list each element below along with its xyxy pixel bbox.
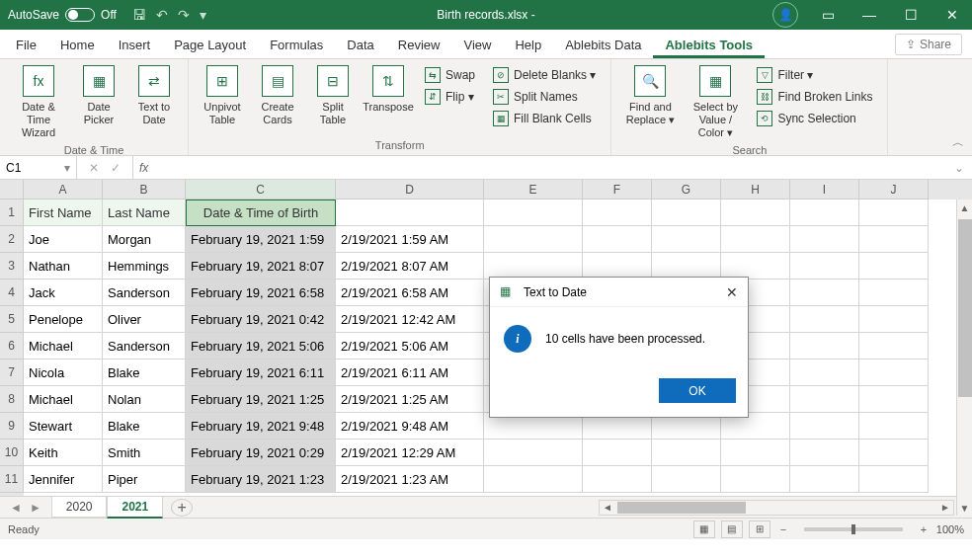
accept-formula-icon[interactable]: ✓ [111, 161, 121, 175]
cell[interactable] [652, 440, 721, 466]
cell[interactable] [652, 226, 721, 253]
zoom-handle[interactable] [851, 524, 855, 534]
toggle-switch[interactable] [65, 8, 95, 22]
cell[interactable] [790, 253, 859, 280]
fx-label[interactable]: fx [133, 161, 154, 175]
undo-icon[interactable]: ↶ [156, 7, 168, 23]
cell[interactable]: Blake [103, 360, 186, 386]
sheet-prev-icon[interactable]: ◄ [10, 501, 22, 515]
cell[interactable] [790, 280, 859, 306]
sheet-tab-2021[interactable]: 2021 [107, 497, 163, 519]
sheet-tab-2020[interactable]: 2020 [51, 497, 108, 518]
cell[interactable] [652, 466, 721, 493]
cell[interactable]: Michael [24, 333, 103, 360]
sync-selection-button[interactable]: ⟲Sync Selection [754, 109, 875, 128]
select-all-corner[interactable] [0, 180, 24, 200]
normal-view-icon[interactable]: ▦ [693, 520, 715, 538]
col-header-j[interactable]: J [859, 180, 929, 200]
cell[interactable] [484, 253, 583, 280]
cell[interactable] [790, 413, 859, 440]
cell[interactable]: Last Name [103, 200, 186, 226]
tab-ablebits-tools[interactable]: Ablebits Tools [653, 32, 765, 58]
cell[interactable] [859, 253, 929, 280]
minimize-button[interactable]: — [850, 0, 889, 30]
tab-insert[interactable]: Insert [107, 32, 163, 58]
cell[interactable]: 2/19/2021 1:59 AM [336, 226, 484, 253]
cell[interactable] [721, 466, 790, 493]
row-header-9[interactable]: 9 [0, 413, 24, 440]
scroll-thumb[interactable] [958, 219, 972, 397]
row-header-7[interactable]: 7 [0, 360, 24, 386]
zoom-in-button[interactable]: + [917, 523, 931, 535]
cell[interactable] [859, 280, 929, 306]
cell[interactable] [790, 466, 859, 493]
cell[interactable]: Hemmings [103, 253, 186, 280]
swap-button[interactable]: ⇆Swap [422, 65, 478, 85]
cell[interactable]: February 19, 2021 6:58 [186, 280, 336, 306]
scroll-right-icon[interactable]: ► [937, 502, 953, 513]
filter-button[interactable]: ▽Filter ▾ [754, 65, 875, 85]
cell[interactable] [859, 200, 929, 226]
cell[interactable]: Nicola [24, 360, 103, 386]
zoom-out-button[interactable]: − [776, 523, 790, 535]
cell[interactable]: February 19, 2021 6:11 [186, 360, 336, 386]
cell[interactable]: February 19, 2021 0:29 [186, 440, 336, 466]
cell[interactable] [336, 200, 484, 226]
cell[interactable]: 2/19/2021 6:11 AM [336, 360, 484, 386]
row-header-5[interactable]: 5 [0, 306, 24, 333]
cell[interactable]: Stewart [24, 413, 103, 440]
unpivot-table-button[interactable]: ⊞Unpivot Table [197, 63, 248, 128]
cell[interactable] [790, 333, 859, 360]
cell[interactable] [583, 466, 652, 493]
cell[interactable] [859, 333, 929, 360]
tab-file[interactable]: File [4, 32, 48, 58]
cell[interactable] [484, 200, 583, 226]
tab-ablebits-data[interactable]: Ablebits Data [553, 32, 653, 58]
tab-view[interactable]: View [451, 32, 503, 58]
tab-review[interactable]: Review [386, 32, 452, 58]
cell[interactable] [790, 306, 859, 333]
col-header-i[interactable]: I [790, 180, 859, 200]
ok-button[interactable]: OK [659, 378, 736, 403]
row-header-4[interactable]: 4 [0, 280, 24, 306]
cancel-formula-icon[interactable]: ✕ [89, 161, 99, 175]
cell[interactable] [859, 386, 929, 413]
cell[interactable]: February 19, 2021 5:06 [186, 333, 336, 360]
cell[interactable]: Sanderson [103, 333, 186, 360]
cell[interactable] [484, 466, 583, 493]
transpose-button[interactable]: ⇅Transpose [363, 63, 414, 116]
col-header-d[interactable]: D [336, 180, 484, 200]
select-by-button[interactable]: ▦Select by Value / Color ▾ [685, 63, 746, 142]
add-sheet-button[interactable]: + [171, 499, 193, 517]
zoom-percent[interactable]: 100% [936, 523, 964, 535]
find-replace-button[interactable]: 🔍Find and Replace ▾ [619, 63, 681, 128]
scroll-left-icon[interactable]: ◄ [600, 502, 615, 513]
expand-formula-bar-icon[interactable]: ⌄ [946, 161, 972, 175]
cell[interactable]: Nolan [103, 386, 186, 413]
name-box[interactable]: C1 ▾ [0, 156, 77, 179]
save-icon[interactable]: 🖫 [132, 7, 146, 23]
cell[interactable]: Nathan [24, 253, 103, 280]
cell[interactable]: February 19, 2021 9:48 [186, 413, 336, 440]
cell[interactable] [652, 200, 721, 226]
cell[interactable] [721, 226, 790, 253]
delete-blanks-button[interactable]: ⊘Delete Blanks ▾ [490, 65, 599, 85]
hscroll-thumb[interactable] [617, 502, 746, 514]
page-layout-view-icon[interactable]: ▤ [721, 520, 743, 538]
cell[interactable]: Keith [24, 440, 103, 466]
cell[interactable] [484, 226, 583, 253]
cell[interactable]: Piper [103, 466, 186, 493]
cell[interactable] [859, 360, 929, 386]
col-header-h[interactable]: H [721, 180, 790, 200]
cell[interactable]: First Name [24, 200, 103, 226]
cell[interactable]: Sanderson [103, 280, 186, 306]
tab-data[interactable]: Data [335, 32, 385, 58]
cell[interactable]: 2/19/2021 8:07 AM [336, 253, 484, 280]
ribbon-options-icon[interactable]: ▭ [808, 0, 848, 30]
cell[interactable] [583, 440, 652, 466]
collapse-ribbon-icon[interactable]: ︿ [952, 134, 964, 151]
cell[interactable] [859, 413, 929, 440]
cell[interactable] [652, 253, 721, 280]
dialog-close-button[interactable]: ✕ [726, 284, 738, 300]
share-button[interactable]: ⇪ Share [895, 34, 962, 55]
